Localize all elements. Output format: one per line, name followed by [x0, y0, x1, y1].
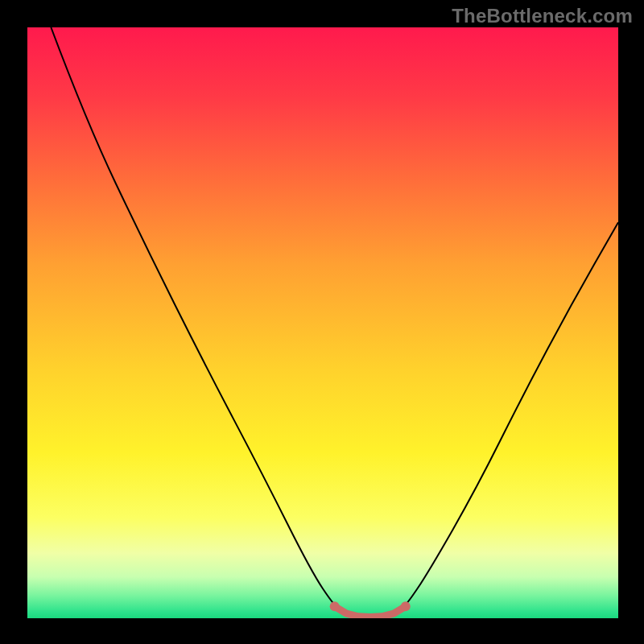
- optimal-band: [330, 601, 411, 617]
- watermark-text: TheBottleneck.com: [452, 5, 633, 27]
- bottleneck-curve: [51, 27, 618, 618]
- chart-frame: TheBottleneck.com: [0, 0, 644, 644]
- optimal-band-start-dot: [330, 601, 340, 611]
- optimal-band-end-dot: [401, 601, 411, 611]
- chart-svg: [27, 27, 618, 618]
- chart-plot-area: [27, 27, 618, 618]
- optimal-band-line: [335, 606, 406, 617]
